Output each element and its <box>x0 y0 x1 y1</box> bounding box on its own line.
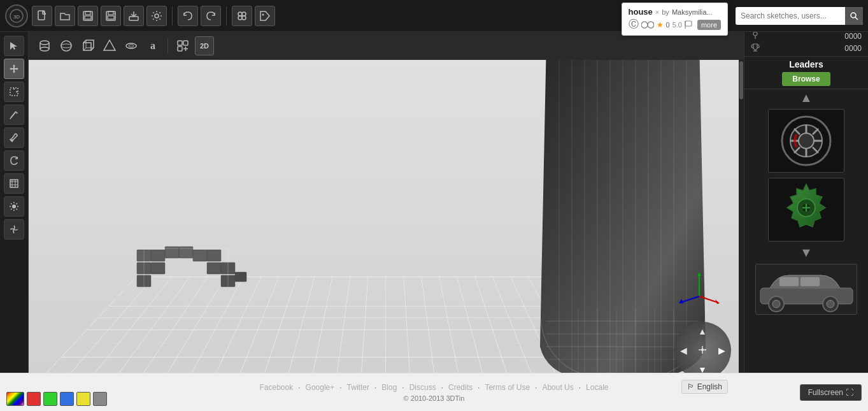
shape-toolbar: a 2D <box>29 32 220 60</box>
footer-facebook[interactable]: Facebook <box>256 383 297 392</box>
color-green[interactable] <box>43 392 57 406</box>
color-red[interactable] <box>27 392 41 406</box>
browse-button[interactable]: Browse <box>782 72 830 86</box>
tool-grid[interactable] <box>4 173 24 194</box>
svg-rect-92 <box>207 250 221 261</box>
color-blue[interactable] <box>60 392 74 406</box>
svg-point-17 <box>262 13 264 15</box>
redo-button[interactable] <box>201 6 221 26</box>
thumbnail-wheel[interactable] <box>768 109 844 173</box>
panel-scroll-down[interactable]: ▼ <box>799 244 814 261</box>
footer-credits[interactable]: Credits <box>445 383 476 392</box>
tool-move[interactable] <box>4 59 24 79</box>
svg-text:+: + <box>113 11 116 16</box>
shape-torus[interactable] <box>122 36 141 55</box>
copyright: © 2010-2013 3DTin <box>404 394 465 402</box>
footer-google-plus[interactable]: Google+ <box>302 383 339 392</box>
svg-rect-88 <box>151 250 165 261</box>
save-button[interactable] <box>78 6 98 26</box>
color-gray[interactable] <box>93 392 107 406</box>
search-button[interactable] <box>845 7 863 25</box>
tag-button[interactable] <box>255 6 275 26</box>
shape-text[interactable]: a <box>143 36 162 55</box>
axis-indicator <box>674 271 725 309</box>
logo-button[interactable]: 3D <box>5 4 28 27</box>
shape-pyramid[interactable] <box>100 36 119 55</box>
nav-center[interactable] <box>697 345 708 356</box>
svg-point-36 <box>129 45 134 47</box>
more-button[interactable]: more <box>697 20 721 30</box>
close-x[interactable]: × <box>655 8 659 16</box>
svg-point-15 <box>238 16 242 20</box>
tool-selection-box[interactable] <box>4 82 24 102</box>
shape-cylinder[interactable] <box>35 36 54 55</box>
locale-button[interactable]: 🏳 English <box>681 380 728 394</box>
nav-controller[interactable]: ▲ ◀ ▶ ▼ <box>674 322 731 379</box>
small-3d-object <box>134 243 261 315</box>
rating-value: 5.0 <box>672 21 682 29</box>
top-toolbar: 3D + <box>0 0 868 32</box>
save-as-button[interactable]: + <box>101 6 121 26</box>
color-yellow[interactable] <box>76 392 90 406</box>
nav-up-arrow[interactable]: ▲ <box>698 327 707 336</box>
tool-select[interactable] <box>4 36 24 56</box>
tool-eyedropper[interactable] <box>4 127 24 148</box>
footer-blog[interactable]: Blog <box>378 383 401 392</box>
svg-point-113 <box>799 133 814 148</box>
svg-rect-91 <box>193 250 207 261</box>
tool-pattern[interactable] <box>4 219 24 240</box>
svg-point-12 <box>155 14 159 18</box>
tool-rotate[interactable] <box>4 150 24 171</box>
svg-point-24 <box>40 41 49 45</box>
svg-line-104 <box>680 296 699 303</box>
svg-rect-37 <box>178 41 182 45</box>
svg-line-59 <box>11 203 12 205</box>
footer-twitter[interactable]: Twitter <box>343 383 373 392</box>
new-button[interactable] <box>32 6 52 26</box>
fullscreen-button[interactable]: Fullscreen ⛶ <box>800 384 862 401</box>
shape-cube[interactable] <box>78 36 97 55</box>
open-button[interactable] <box>55 6 75 26</box>
footer-links: Facebook · Google+ · Twitter · Blog · Di… <box>256 383 613 392</box>
color-swatches <box>6 392 107 406</box>
thumbnail-gear[interactable] <box>768 178 844 242</box>
panel-scroll-up[interactable]: ▲ <box>799 89 814 106</box>
svg-rect-53 <box>10 180 18 187</box>
leaders-title: Leaders <box>789 59 823 69</box>
export-button[interactable] <box>124 6 144 26</box>
nav-left-arrow[interactable]: ◀ <box>680 346 687 355</box>
search-input[interactable] <box>736 9 845 23</box>
tool-light[interactable] <box>4 196 24 217</box>
footer-terms[interactable]: Terms of Use <box>481 383 534 392</box>
svg-line-102 <box>699 296 718 303</box>
svg-point-18 <box>851 13 856 18</box>
svg-point-107 <box>753 32 757 36</box>
model-title: house <box>629 7 653 17</box>
undo-button[interactable] <box>178 6 198 26</box>
footer-discuss[interactable]: Discuss <box>406 383 440 392</box>
thumbnail-car[interactable] <box>755 264 857 315</box>
footer-about[interactable]: About Us <box>538 383 577 392</box>
shape-import[interactable] <box>173 36 192 55</box>
svg-point-21 <box>648 22 654 28</box>
group-button[interactable] <box>232 6 252 26</box>
canvas-scrollbar[interactable] <box>739 60 744 392</box>
author-name: Maksymilia... <box>672 8 713 16</box>
search-box[interactable] <box>736 7 863 25</box>
svg-rect-8 <box>108 16 114 19</box>
settings-button[interactable] <box>146 6 167 26</box>
shape-2d-button[interactable]: 2D <box>195 36 214 55</box>
nav-right-arrow[interactable]: ▶ <box>718 346 725 355</box>
shape-sphere[interactable] <box>57 36 76 55</box>
scrollbar-thumb[interactable] <box>739 61 743 99</box>
tool-draw[interactable] <box>4 105 24 125</box>
footer-locale[interactable]: Locale <box>582 383 612 392</box>
svg-point-130 <box>772 300 780 308</box>
main-canvas[interactable]: ▲ ◀ ▶ ▼ <box>29 60 744 392</box>
toolbar-separator <box>172 6 173 25</box>
svg-point-99 <box>701 349 704 351</box>
leaders-section: Leaders Browse <box>744 57 868 89</box>
cc-icon: Ⓒ <box>629 18 639 31</box>
svg-text:3D: 3D <box>13 14 20 20</box>
color-rainbow[interactable] <box>6 392 24 406</box>
